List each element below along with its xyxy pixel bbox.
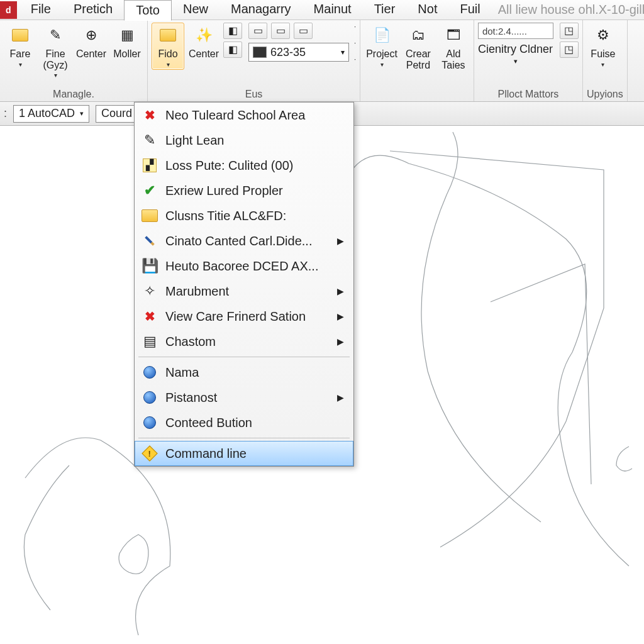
ribbon-button-label: Fido <box>158 48 177 60</box>
menu-separator <box>138 357 350 357</box>
style-mini-1[interactable]: ▭ <box>271 23 290 39</box>
coord-field[interactable]: Courd <box>96 105 138 123</box>
menu-new[interactable]: New <box>172 0 219 20</box>
dropdown-arrow-icon: ▾ <box>601 61 604 68</box>
ribbon-button-label: Fine (Gyz) <box>43 48 67 70</box>
ribbon-fido-button[interactable]: Fido▾ <box>152 23 184 70</box>
gear-icon: ⚙ <box>592 25 614 46</box>
layer-field-value: 1 AutoCAD <box>19 107 75 120</box>
red-x-sm-icon: ✖ <box>142 308 158 325</box>
menu-item-label: Pistanost <box>165 391 217 405</box>
menu-item-label: Clusns Titie ALC&FD: <box>165 209 286 223</box>
dropdown-arrow-icon: ▾ <box>19 61 22 68</box>
menu-item-marubment[interactable]: ✧Marubment▶ <box>135 279 353 304</box>
menu-item-label: Cinato Canted Carl.Dide... <box>165 234 312 248</box>
menu-item-cinato-canted-carl-dide[interactable]: Cinato Canted Carl.Dide...▶ <box>135 228 353 253</box>
ribbon-group-label: Plloct Mattors <box>478 87 579 100</box>
submenu-arrow-icon: ▶ <box>337 236 344 246</box>
ribbon-fuise-button[interactable]: ⚙Fuise▾ <box>587 23 619 70</box>
tiny-dot: · <box>354 23 356 36</box>
blue-ball-i-icon <box>142 364 158 380</box>
menu-item-label: Command line <box>165 447 247 461</box>
dropdown-arrow-icon: ▾ <box>167 61 170 68</box>
ribbon: Fare▾✎Fine (Gyz)▾⊕Center▦MollerManagle.F… <box>0 20 644 102</box>
menu-item-neo-tuleard-school-area[interactable]: ✖Neo Tuleard School Area <box>135 103 353 128</box>
menu-item-label: View Care Frinerd Sation <box>165 309 306 324</box>
menu-item-heuto-bacoree-dced-ax[interactable]: 💾Heuto Bacoree DCED AX... <box>135 253 353 279</box>
menu-pretich[interactable]: Pretich <box>62 0 124 20</box>
folder-icon <box>9 25 31 46</box>
ribbon-group-label <box>364 99 470 100</box>
window-icon: 🗔 <box>443 25 464 46</box>
tiny-dot: · <box>354 39 356 53</box>
chevron-down-icon: ▾ <box>341 48 345 57</box>
menu-item-label: Conteed Bution <box>165 416 252 430</box>
menu-item-nama[interactable]: Nama <box>135 360 353 385</box>
menu-item-chastom[interactable]: ▤Chastom▶ <box>135 329 353 354</box>
coord-field-value: Courd <box>101 107 132 120</box>
brush-icon: ✎ <box>45 25 66 46</box>
menu-item-exriew-lured-propler[interactable]: ✔Exriew Lured Propler <box>135 178 353 203</box>
menu-item-label: Loss Pute: Culited (00) <box>165 158 293 173</box>
red-x-icon: ✖ <box>142 107 158 123</box>
stack-icon: 🗂 <box>408 25 429 46</box>
style-mini-0[interactable]: ▭ <box>248 23 267 39</box>
note-icon: ▞ <box>142 157 158 174</box>
green-check-icon: ✔ <box>142 182 158 199</box>
menubar: d FilePretichTotoNewManagarryMainutTierN… <box>0 0 644 20</box>
prop-mini-1[interactable]: ◳ <box>560 42 579 58</box>
layer-combo[interactable]: 623-35▾ <box>248 43 349 62</box>
cienitry-label: Cienitry Cldner <box>478 43 553 56</box>
ribbon-fare-button[interactable]: Fare▾ <box>4 23 36 70</box>
dropdown-arrow-icon: ▾ <box>54 72 57 79</box>
menu-item-conteed-bution[interactable]: Conteed Bution <box>135 410 353 435</box>
layer-combo-value: 623-35 <box>270 46 306 59</box>
ribbon-crear-button[interactable]: 🗂Crear Petrd <box>402 23 435 72</box>
mini-button-1[interactable]: ◧ <box>223 42 242 58</box>
style-mini-2[interactable]: ▭ <box>294 23 313 39</box>
menu-item-view-care-frinerd-sation[interactable]: ✖View Care Frinerd Sation▶ <box>135 304 353 329</box>
menu-item-label: Neo Tuleard School Area <box>165 108 305 123</box>
color-swatch-icon <box>253 47 267 58</box>
menu-item-label: Exriew Lured Propler <box>165 184 283 198</box>
ribbon-button-label: Fare <box>10 48 31 60</box>
ribbon-group-label: Upyions <box>587 87 623 100</box>
menu-managarry[interactable]: Managarry <box>219 0 303 20</box>
menu-item-pistanost[interactable]: Pistanost▶ <box>135 385 353 410</box>
sheet-icon: 📄 <box>371 25 392 46</box>
prop-mini-0[interactable]: ◳ <box>560 23 579 39</box>
mini-button-0[interactable]: ◧ <box>223 23 242 39</box>
blue-ball-arrow-icon <box>142 414 158 431</box>
layer-field[interactable]: 1 AutoCAD ▾ <box>13 105 89 123</box>
app-logo: d <box>0 1 17 19</box>
ribbon-group-3: dot:2.4......Cienitry Cldner▾◳◳Plloct Ma… <box>474 20 583 101</box>
menu-item-command-line[interactable]: Command line <box>135 441 353 466</box>
ribbon-center-button[interactable]: ✨Center <box>187 23 221 62</box>
pencil-icon <box>142 233 158 249</box>
ribbon-ald-button[interactable]: 🗔Ald Taies <box>437 23 470 72</box>
menu-toto[interactable]: Toto <box>124 0 172 21</box>
menu-mainut[interactable]: Mainut <box>303 0 363 20</box>
ribbon-moller-button[interactable]: ▦Moller <box>111 23 143 62</box>
linetype-combo[interactable]: dot:2.4...... <box>478 23 553 39</box>
menu-file[interactable]: File <box>19 0 62 20</box>
menu-item-loss-pute-culited-00[interactable]: ▞Loss Pute: Culited (00) <box>135 153 353 178</box>
ribbon-group-1: Fido▾✨Center◧◧▭▭▭623-35▾···Eus <box>148 20 360 101</box>
ribbon-button-label: Moller <box>113 48 141 60</box>
alert-icon <box>142 445 158 462</box>
ribbon-fine-button[interactable]: ✎Fine (Gyz)▾ <box>39 23 72 80</box>
menu-item-light-lean[interactable]: ✎Light Lean <box>135 128 353 153</box>
menu-fuil[interactable]: Fuil <box>448 0 491 20</box>
chevron-down-icon: ▾ <box>478 57 553 65</box>
menu-item-clusns-titie-alc-fd[interactable]: Clusns Titie ALC&FD: <box>135 203 353 228</box>
wizard-icon: ✨ <box>193 25 214 46</box>
folder-icon <box>142 208 158 224</box>
menu-not[interactable]: Not <box>406 0 448 20</box>
menu-tier[interactable]: Tier <box>363 0 407 20</box>
ribbon-button-label: Project <box>366 48 397 60</box>
ribbon-button-label: Crear Petrd <box>406 48 431 70</box>
ribbon-group-2: 📄Project▾🗂Crear Petrd🗔Ald Taies <box>360 20 474 101</box>
ribbon-center-button[interactable]: ⊕Center <box>74 23 108 62</box>
tiny-dot: · <box>354 55 356 69</box>
ribbon-project-button[interactable]: 📄Project▾ <box>364 23 399 70</box>
